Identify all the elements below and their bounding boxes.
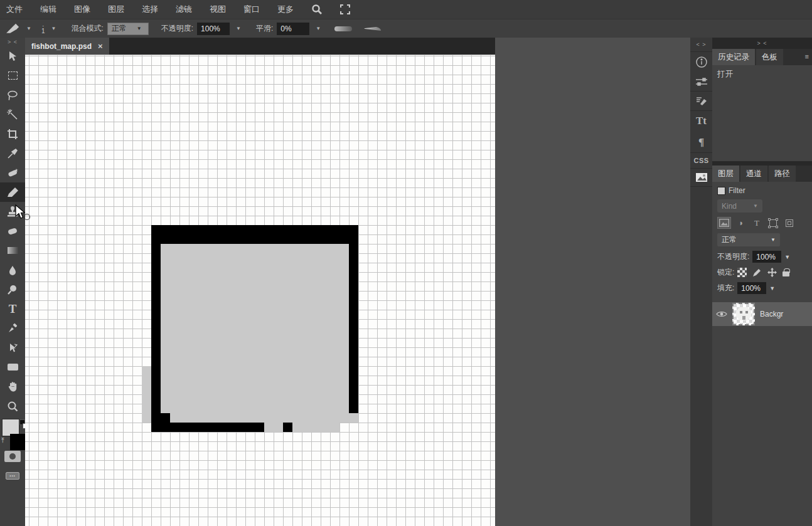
smoothing-input[interactable]: 0%: [277, 23, 309, 35]
lock-position-icon[interactable]: [767, 267, 777, 278]
gradient-tool[interactable]: [0, 241, 25, 260]
stroke-dynamics-icon[interactable]: [334, 26, 352, 31]
lasso-tool[interactable]: [0, 85, 25, 105]
menu-select[interactable]: 选择: [142, 4, 158, 15]
tab-paths[interactable]: 路径: [769, 166, 796, 182]
brush-settings-icon[interactable]: [695, 95, 708, 107]
strip-collapse-icon[interactable]: < >: [696, 40, 706, 49]
menu-edit[interactable]: 编辑: [40, 4, 56, 15]
shape-tool[interactable]: [0, 357, 25, 377]
opacity-label: 不透明度:: [161, 23, 193, 34]
character-panel-icon[interactable]: Tt: [696, 115, 707, 127]
lock-label: 锁定:: [717, 267, 734, 278]
lock-pixels-icon[interactable]: [752, 268, 762, 278]
adjustments-sliders-icon[interactable]: [695, 77, 708, 87]
layer-visibility-eye-icon[interactable]: [716, 310, 727, 318]
close-tab-icon[interactable]: ×: [98, 41, 103, 51]
layer-opacity-label: 不透明度:: [717, 251, 749, 262]
layer-fill-input[interactable]: 100%: [737, 282, 766, 294]
document-tab-title: fishbot_map.psd: [31, 42, 92, 51]
keyboard-shortcuts-icon[interactable]: ▪▪▪: [0, 466, 25, 485]
fullscreen-icon[interactable]: [340, 4, 350, 14]
background-color-swatch[interactable]: [10, 434, 26, 450]
layer-filter-icons: ◑ T: [717, 217, 807, 229]
menu-bar: 文件 编辑 图像 图层 选择 滤镜 视图 窗口 更多: [0, 0, 812, 19]
filter-groups-icon[interactable]: [783, 217, 796, 229]
text-tool[interactable]: T: [0, 299, 25, 318]
kind-dropdown[interactable]: Kind ▼: [717, 199, 762, 213]
panel-collapse-icon[interactable]: > <: [712, 38, 812, 49]
filter-adjustment-layers-icon[interactable]: ◑: [734, 217, 747, 229]
layer-row-background[interactable]: Backgr: [712, 302, 812, 326]
menu-window[interactable]: 窗口: [243, 4, 260, 15]
marquee-select-tool[interactable]: [0, 66, 25, 85]
tab-swatches[interactable]: 色板: [756, 49, 783, 65]
tab-channels[interactable]: 通道: [740, 166, 767, 182]
pencil-tool[interactable]: [0, 182, 25, 202]
eyedropper-tool[interactable]: [0, 144, 25, 163]
left-toolbar: > <: [0, 38, 25, 526]
layer-blend-mode-select[interactable]: 正常 ▼: [717, 233, 780, 246]
move-tool[interactable]: [0, 46, 25, 66]
layer-opacity-arrow[interactable]: ▼: [784, 254, 790, 260]
info-icon[interactable]: [695, 56, 708, 68]
hand-tool[interactable]: [0, 377, 25, 396]
css-panel-icon[interactable]: CSS: [693, 157, 708, 164]
lock-transparency-icon[interactable]: [737, 268, 747, 277]
paragraph-panel-icon[interactable]: ¶: [698, 136, 704, 149]
brush-preset-arrow[interactable]: ▼: [24, 26, 34, 31]
chevron-down-icon: ▼: [771, 237, 776, 243]
menu-more[interactable]: 更多: [277, 4, 294, 15]
magic-wand-tool[interactable]: [0, 105, 25, 124]
crop-tool[interactable]: [0, 124, 25, 144]
search-icon[interactable]: [311, 4, 323, 15]
filter-text-layers-icon[interactable]: T: [750, 217, 764, 229]
filter-pixel-layers-icon[interactable]: [717, 217, 731, 229]
path-select-tool[interactable]: [0, 338, 25, 357]
layer-name: Backgr: [760, 310, 783, 318]
blend-mode-label: 混合模式:: [71, 23, 103, 34]
brush-size-value: 1: [41, 29, 45, 34]
chevron-down-icon: ▼: [753, 203, 758, 209]
filter-checkbox[interactable]: [717, 187, 725, 195]
dodge-tool[interactable]: [0, 280, 25, 299]
panel-menu-icon[interactable]: ≡: [805, 53, 809, 60]
blend-mode-select[interactable]: 正常 ▼: [107, 23, 149, 35]
tab-history[interactable]: 历史记录: [712, 49, 755, 65]
toolbar-collapse-icon[interactable]: > <: [8, 38, 18, 46]
smoothing-arrow[interactable]: ▼: [313, 26, 323, 31]
color-swatches[interactable]: ⤒: [0, 418, 25, 446]
opacity-input[interactable]: 100%: [197, 23, 230, 35]
history-entry-open[interactable]: 打开: [717, 69, 807, 80]
menu-layer[interactable]: 图层: [108, 4, 124, 15]
menu-view[interactable]: 视图: [210, 4, 226, 15]
opacity-arrow[interactable]: ▼: [233, 26, 243, 31]
tab-layers[interactable]: 图层: [712, 166, 739, 182]
right-panel: > < 历史记录 色板 ≡ 打开 图层 通道 路径 Filter Kind ▼: [712, 38, 812, 526]
healing-brush-tool[interactable]: [0, 163, 25, 182]
stroke-taper-icon[interactable]: [363, 26, 381, 31]
document-canvas[interactable]: [25, 55, 495, 526]
layers-panel-body: Filter Kind ▼ ◑ T: [712, 182, 812, 326]
menu-file[interactable]: 文件: [6, 4, 23, 15]
zoom-tool[interactable]: [0, 396, 25, 416]
blur-tool[interactable]: [0, 260, 25, 280]
eraser-tool[interactable]: [0, 221, 25, 241]
swap-colors-icon[interactable]: ⤒: [1, 436, 4, 444]
right-icon-strip: < > Tt ¶ CSS: [690, 38, 712, 526]
layer-opacity-input[interactable]: 100%: [752, 251, 781, 263]
filter-smart-objects-icon[interactable]: [766, 217, 780, 229]
image-panel-icon[interactable]: [695, 172, 708, 182]
lock-all-icon[interactable]: [783, 271, 789, 276]
brush-tip-preview[interactable]: · 1: [41, 24, 45, 34]
pen-tool[interactable]: [0, 318, 25, 338]
menu-filter[interactable]: 滤镜: [176, 4, 192, 15]
brush-size-arrow[interactable]: ▼: [48, 26, 58, 31]
brush-preset-icon[interactable]: [5, 23, 20, 35]
layer-fill-arrow[interactable]: ▼: [769, 285, 775, 292]
layer-thumbnail[interactable]: [732, 303, 755, 325]
document-tab-bar: fishbot_map.psd ×: [25, 38, 495, 55]
clone-stamp-tool[interactable]: [0, 202, 25, 221]
document-tab[interactable]: fishbot_map.psd ×: [25, 38, 109, 55]
menu-image[interactable]: 图像: [74, 4, 90, 15]
